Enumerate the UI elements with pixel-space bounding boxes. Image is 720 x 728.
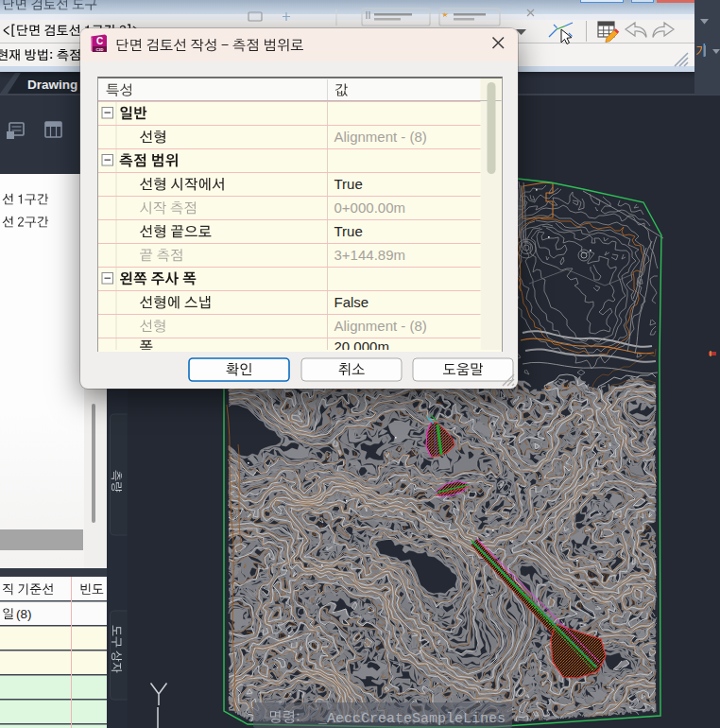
- svg-text:True: True: [334, 223, 363, 239]
- svg-text:Alignment - (8): Alignment - (8): [334, 129, 427, 145]
- svg-text:False: False: [334, 294, 369, 310]
- svg-text:C: C: [96, 36, 103, 46]
- svg-text:(8): (8): [16, 607, 32, 621]
- svg-text:True: True: [334, 176, 363, 192]
- svg-text:Drawing: Drawing: [27, 78, 77, 92]
- svg-text:Alignment - (8): Alignment - (8): [334, 318, 427, 334]
- svg-text:0+000.00m: 0+000.00m: [334, 199, 405, 216]
- svg-text:_AeccCreateSampleLines: _AeccCreateSampleLines: [317, 711, 506, 727]
- svg-text:20.000m: 20.000m: [334, 338, 389, 355]
- svg-text:3+144.89m: 3+144.89m: [334, 247, 405, 263]
- svg-text:C3D: C3D: [95, 47, 103, 52]
